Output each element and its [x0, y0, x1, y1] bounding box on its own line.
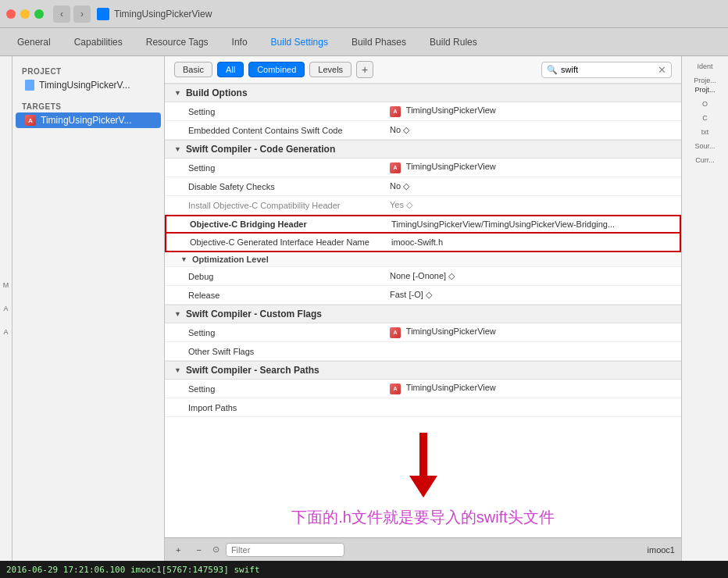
status-bar: 2016-06-29 17:21:06.100 imooc1[5767:1475…	[0, 561, 728, 578]
section-build-options[interactable]: ▼ Build Options	[165, 84, 681, 102]
setting-value: No ◇	[384, 178, 681, 194]
target-icon-small: A	[390, 162, 401, 173]
arrow-head	[409, 476, 437, 498]
top-tab-bar: General Capabilities Resource Tags Info …	[0, 28, 728, 56]
xcode-icon	[97, 8, 109, 20]
right-project: Proje... Projt...	[685, 77, 725, 94]
table-row: Install Objective-C Compatibility Header…	[165, 196, 681, 215]
tab-build-phases[interactable]: Build Phases	[341, 34, 417, 51]
setting-name-interface: Objective-C Generated Interface Header N…	[166, 234, 385, 250]
tab-resource-tags[interactable]: Resource Tags	[135, 34, 219, 51]
add-filter-btn[interactable]: +	[356, 61, 373, 78]
bottom-bar: + − ⊙ imooc1	[165, 537, 681, 561]
table-row: Setting A TimingUsingPickerView	[165, 102, 681, 121]
setting-value: A TimingUsingPickerView	[384, 323, 681, 341]
filter-icon: ⊙	[212, 544, 219, 555]
right-source: Sour...	[685, 142, 725, 150]
tab-general[interactable]: General	[6, 34, 62, 51]
project-section-label: PROJECT	[12, 64, 164, 77]
maximize-button[interactable]	[34, 9, 44, 19]
right-panel: Ident Proje... Projt... O C txt Sour... …	[681, 56, 728, 561]
text-label: txt	[685, 128, 725, 136]
on-label: O	[685, 100, 725, 108]
setting-name: Setting	[165, 104, 384, 120]
search-clear-btn[interactable]: ✕	[658, 64, 666, 76]
targets-section-label: TARGETS	[12, 99, 164, 112]
source-label: Sour...	[685, 142, 725, 150]
tab-info[interactable]: Info	[221, 34, 259, 51]
setting-value: A TimingUsingPickerView	[384, 159, 681, 176]
setting-value: Fast [-O] ◇	[384, 287, 681, 303]
tab-capabilities[interactable]: Capabilities	[63, 34, 134, 51]
tab-build-rules[interactable]: Build Rules	[419, 34, 488, 51]
nav-buttons: ‹ ›	[53, 5, 91, 23]
content-area: Basic All Combined Levels + 🔍 ✕ ▼ Build …	[165, 56, 681, 561]
section-swift-codegen[interactable]: ▼ Swift Compiler - Code Generation	[165, 140, 681, 159]
setting-name: Embedded Content Contains Swift Code	[165, 123, 384, 138]
search-box: 🔍 ✕	[541, 62, 672, 78]
table-row-highlighted-bridging: Objective-C Bridging Header TimingUsingP…	[165, 215, 681, 234]
margin-a2: A	[3, 328, 8, 336]
table-row: Embedded Content Contains Swift Code No …	[165, 121, 681, 140]
add-setting-btn[interactable]: +	[171, 544, 185, 556]
target-icon-small: A	[390, 106, 401, 117]
table-row: Release Fast [-O] ◇	[165, 286, 681, 305]
setting-value-interface[interactable]: imooc-Swift.h	[385, 234, 680, 250]
setting-value: No ◇	[384, 122, 681, 138]
bottom-right-label: imooc1	[648, 545, 675, 555]
subsection-title-optimization: Optimization Level	[192, 255, 269, 264]
section-search-paths[interactable]: ▼ Swift Compiler - Search Paths	[165, 361, 681, 380]
table-row: Import Paths	[165, 398, 681, 417]
file-icon	[25, 80, 34, 91]
table-row: Disable Safety Checks No ◇	[165, 177, 681, 196]
section-custom-flags[interactable]: ▼ Swift Compiler - Custom Flags	[165, 305, 681, 323]
right-on: O	[685, 100, 725, 108]
window-title-text: TimingUsingPickerView	[114, 9, 212, 20]
main-layout: M A A PROJECT TimingUsingPickerV... TARG…	[0, 56, 728, 561]
target-icon: A	[25, 115, 36, 126]
table-row: Setting A TimingUsingPickerView	[165, 323, 681, 342]
right-ident: Ident	[685, 62, 725, 70]
target-icon-small: A	[390, 327, 401, 338]
setting-value-bridging[interactable]: TimingUsingPickerView/TimingUsingPickerV…	[385, 216, 680, 232]
filter-input[interactable]	[226, 543, 344, 557]
remove-setting-btn[interactable]: −	[191, 544, 205, 556]
combined-filter-btn[interactable]: Combined	[248, 62, 305, 77]
search-input[interactable]	[561, 65, 655, 74]
left-margin: M A A	[0, 56, 12, 561]
setting-value: A TimingUsingPickerView	[384, 102, 681, 120]
filter-bar: Basic All Combined Levels + 🔍 ✕	[165, 56, 681, 84]
levels-filter-btn[interactable]: Levels	[309, 62, 352, 77]
back-button[interactable]: ‹	[53, 5, 70, 23]
ident-label: Ident	[685, 62, 725, 70]
triangle-optimization: ▼	[180, 255, 187, 263]
forward-button[interactable]: ›	[73, 5, 91, 23]
sidebar-item-project[interactable]: TimingUsingPickerV...	[16, 77, 161, 93]
setting-value: A TimingUsingPickerView	[384, 380, 681, 397]
triangle-swift-codegen: ▼	[174, 145, 181, 153]
triangle-search-paths: ▼	[174, 366, 181, 374]
minimize-button[interactable]	[20, 9, 30, 19]
setting-value	[384, 348, 681, 355]
close-button[interactable]	[6, 9, 16, 19]
sidebar-item-target[interactable]: A TimingUsingPickerV...	[16, 112, 161, 128]
all-filter-btn[interactable]: All	[217, 62, 244, 77]
subsection-optimization[interactable]: ▼ Optimization Level	[165, 252, 681, 267]
annotation-text: 下面的.h文件就是要导入的swift头文件	[291, 507, 555, 528]
margin-m: M	[3, 281, 9, 289]
triangle-custom-flags: ▼	[174, 310, 181, 318]
basic-filter-btn[interactable]: Basic	[174, 62, 212, 77]
table-row: Setting A TimingUsingPickerView	[165, 159, 681, 177]
triangle-build-options: ▼	[174, 89, 181, 97]
tab-list: General Capabilities Resource Tags Info …	[6, 34, 488, 51]
target-icon-small: A	[390, 384, 401, 394]
setting-name: Setting	[165, 381, 384, 397]
tab-build-settings[interactable]: Build Settings	[260, 34, 339, 51]
setting-name: Disable Safety Checks	[165, 179, 384, 194]
table-row: Other Swift Flags	[165, 342, 681, 361]
window-chrome: ‹ › TimingUsingPickerView	[0, 0, 728, 28]
table-row: Debug None [-Onone] ◇	[165, 267, 681, 286]
setting-name-bridging: Objective-C Bridging Header	[166, 216, 385, 232]
project-sub: Projt...	[685, 86, 725, 94]
setting-name: Debug	[165, 269, 384, 284]
